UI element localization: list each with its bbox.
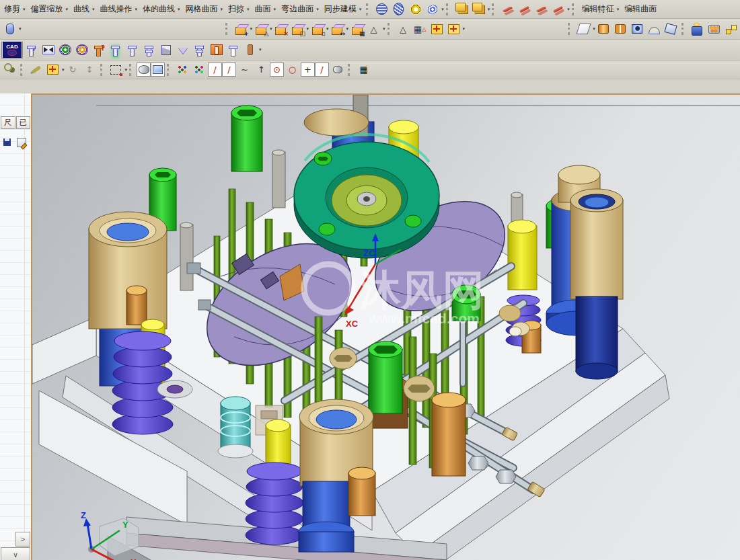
shaded-icon[interactable]: [137, 63, 151, 77]
orange-pin-left[interactable]: [126, 286, 147, 325]
pin-glow-icon[interactable]: [107, 42, 124, 58]
mold-core-icon[interactable]: [595, 21, 612, 38]
snap-slash-icon[interactable]: /: [315, 63, 329, 77]
sprue-funnel-icon[interactable]: [174, 42, 191, 58]
purple-target-icon[interactable]: [73, 42, 90, 58]
ball-tray-icon[interactable]: [706, 21, 723, 38]
toolbar-grip[interactable]: [572, 3, 576, 15]
move-face-icon[interactable]: +: [233, 21, 250, 38]
pattern-face-icon[interactable]: ▦: [348, 21, 365, 38]
wrap-surface-icon[interactable]: [663, 21, 679, 38]
box-stack-icon[interactable]: [453, 1, 470, 17]
pan-icon[interactable]: ↕: [81, 61, 98, 78]
spotlight-icon[interactable]: [689, 21, 706, 38]
menu-curves-from-body[interactable]: 体的曲线▾: [140, 3, 183, 15]
dropdown-icon[interactable]: ▾: [19, 26, 22, 32]
delete-face-icon[interactable]: ×: [272, 21, 289, 38]
offset-face-icon[interactable]: △: [252, 21, 269, 38]
edit-icon[interactable]: [15, 137, 27, 147]
datum-triangle-icon[interactable]: △: [395, 21, 412, 38]
sidebar-expand-button[interactable]: >: [15, 532, 30, 547]
washer-purple[interactable]: [157, 381, 192, 398]
target-box-icon[interactable]: [44, 61, 61, 78]
snap-plus-icon[interactable]: +: [301, 63, 315, 77]
snap-line-2-icon[interactable]: /: [222, 63, 236, 77]
brass-screw-mid[interactable]: [330, 348, 357, 369]
split-body-icon[interactable]: [612, 21, 629, 38]
pocket-block-icon[interactable]: [208, 42, 225, 58]
toolbar-grip[interactable]: [681, 23, 686, 35]
point-set-icon[interactable]: [429, 21, 445, 38]
toolbar-grip[interactable]: [225, 23, 229, 35]
dropdown-icon[interactable]: ▾: [259, 47, 262, 52]
resize-face-icon[interactable]: ▫: [309, 21, 326, 38]
pin-outline-icon[interactable]: [225, 42, 242, 58]
pin-question-icon[interactable]: ?: [90, 42, 107, 58]
sidebar-collapse-button[interactable]: ∨: [1, 547, 30, 560]
cyan-sleeve[interactable]: [218, 397, 253, 458]
make-coplanar-icon[interactable]: △: [365, 21, 382, 38]
snap-axis-icon[interactable]: ↑: [253, 61, 270, 78]
disc-spring-icon[interactable]: [424, 1, 441, 17]
menu-edit-surface[interactable]: 编辑曲面: [622, 3, 659, 15]
toolbar-grip[interactable]: [129, 64, 133, 76]
red-sweep-icon[interactable]: [516, 1, 533, 17]
bend-block-icon[interactable]: [499, 1, 516, 17]
guide-bushing-far-right[interactable]: [570, 189, 623, 379]
save-icon[interactable]: [1, 137, 13, 147]
marquee-icon[interactable]: [108, 61, 124, 78]
pin-collar-icon[interactable]: [141, 42, 157, 58]
snap-curve-icon[interactable]: ~: [236, 61, 253, 78]
snap-face-icon[interactable]: [329, 61, 346, 78]
red-flange-icon[interactable]: [533, 1, 550, 17]
snap-points-icon[interactable]: [174, 61, 191, 78]
washer-stack-icon[interactable]: [407, 1, 424, 17]
revolve-cylinder-icon[interactable]: [1, 21, 18, 38]
coil-spring-icon[interactable]: [373, 1, 390, 17]
dimension-face-icon[interactable]: ↔: [329, 21, 346, 38]
corner-bracket-icon[interactable]: [157, 42, 174, 58]
dropdown-icon[interactable]: ▾: [125, 67, 128, 73]
snap-circle-icon[interactable]: ○: [284, 61, 301, 78]
cad-badge-icon[interactable]: CAD: [1, 42, 23, 58]
menu-edit-feature[interactable]: 编辑特征▾: [579, 3, 622, 15]
reference-plane-icon[interactable]: [575, 21, 592, 38]
toolbar-grip[interactable]: [20, 64, 24, 76]
purple-spring-front[interactable]: [246, 463, 303, 545]
menu-trim[interactable]: 修剪▾: [1, 3, 28, 15]
box-cavity-icon[interactable]: [629, 21, 646, 38]
wrench-icon[interactable]: [28, 61, 44, 78]
pin-plain-icon[interactable]: [124, 42, 141, 58]
dropdown-icon[interactable]: ▾: [463, 26, 466, 32]
box-copy-icon[interactable]: [470, 1, 487, 17]
toolbar-grip[interactable]: [492, 3, 496, 15]
wireframe-cube-icon[interactable]: [151, 63, 165, 77]
snap-center-icon[interactable]: ⊙: [270, 63, 284, 77]
point-circles-icon[interactable]: [445, 21, 462, 38]
toolbar-grip[interactable]: [568, 23, 572, 35]
orange-pin-front[interactable]: [348, 467, 375, 516]
green-screw-top[interactable]: [231, 106, 262, 171]
rotate-icon[interactable]: ↻: [65, 61, 81, 78]
sidebar-tab-2[interactable]: 已: [16, 116, 31, 129]
datum-grid-icon[interactable]: ▦△: [412, 21, 429, 38]
graphics-window[interactable]: ZC XC 沐风网 www.mfcad.com Z Y: [32, 93, 740, 560]
green-target-icon[interactable]: [57, 42, 73, 58]
menu-surface[interactable]: 曲面▾: [252, 3, 279, 15]
snap-handle-icon[interactable]: [191, 61, 208, 78]
bowtie-target-icon[interactable]: [40, 42, 57, 58]
link-icon[interactable]: [1, 61, 18, 78]
dropdown-icon[interactable]: ▾: [441, 7, 444, 12]
toolbar-grip[interactable]: [387, 23, 392, 35]
green-screw-front[interactable]: [369, 342, 402, 413]
toolbar-grip[interactable]: [100, 64, 104, 76]
red-bend-icon[interactable]: [550, 1, 566, 17]
menu-mesh-surface[interactable]: 网格曲面▾: [183, 3, 226, 15]
move-object-icon[interactable]: [723, 21, 739, 38]
pin-brown-icon[interactable]: [242, 42, 258, 58]
toolbar-grip[interactable]: [366, 3, 370, 15]
toolbar-grip[interactable]: [446, 3, 450, 15]
dropdown-icon[interactable]: ▾: [488, 7, 490, 12]
menu-curve-ops[interactable]: 曲线操作▾: [98, 3, 141, 15]
pin-base-icon[interactable]: [191, 42, 208, 58]
